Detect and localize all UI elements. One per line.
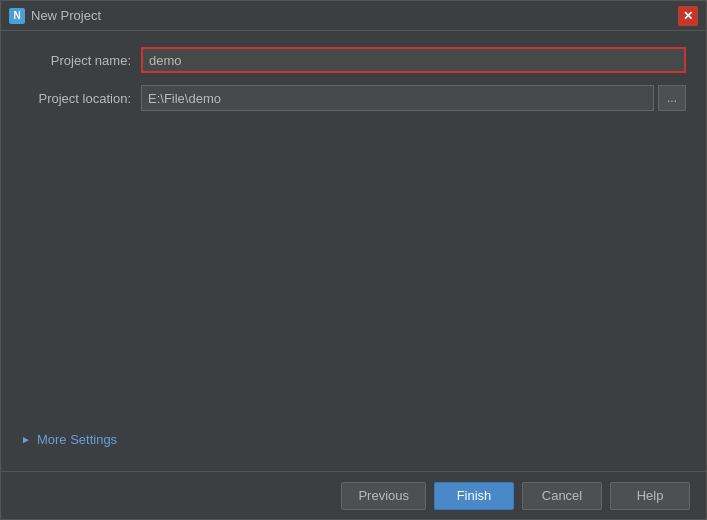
help-button[interactable]: Help xyxy=(610,482,690,510)
title-bar: N New Project ✕ xyxy=(1,1,706,31)
dialog-window: N New Project ✕ Project name: Project lo… xyxy=(0,0,707,520)
project-location-row: Project location: ... xyxy=(21,85,686,111)
content-spacer xyxy=(21,123,686,412)
location-input-wrapper: ... xyxy=(141,85,686,111)
app-icon-letter: N xyxy=(13,10,20,21)
browse-button[interactable]: ... xyxy=(658,85,686,111)
finish-button[interactable]: Finish xyxy=(434,482,514,510)
more-settings-arrow-icon: ► xyxy=(21,434,31,445)
project-location-input[interactable] xyxy=(141,85,654,111)
button-bar: Previous Finish Cancel Help xyxy=(1,471,706,519)
project-location-label: Project location: xyxy=(21,91,131,106)
project-name-input[interactable] xyxy=(141,47,686,73)
title-bar-left: N New Project xyxy=(9,8,101,24)
project-name-row: Project name: xyxy=(21,47,686,73)
project-name-label: Project name: xyxy=(21,53,131,68)
more-settings-label: More Settings xyxy=(37,432,117,447)
content-area: Project name: Project location: ... ► Mo… xyxy=(1,31,706,471)
more-settings-toggle[interactable]: ► More Settings xyxy=(21,424,686,455)
previous-button[interactable]: Previous xyxy=(341,482,426,510)
app-icon: N xyxy=(9,8,25,24)
dialog-title: New Project xyxy=(31,8,101,23)
cancel-button[interactable]: Cancel xyxy=(522,482,602,510)
close-button[interactable]: ✕ xyxy=(678,6,698,26)
